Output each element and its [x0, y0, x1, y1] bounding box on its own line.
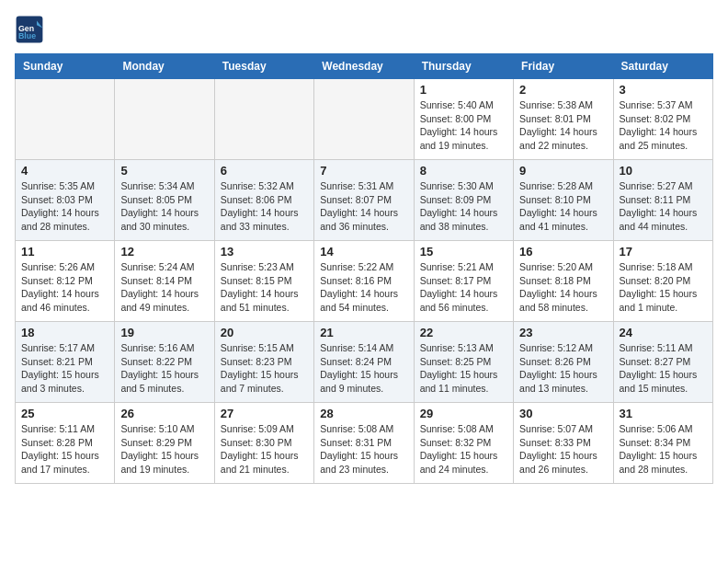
day-detail: Sunrise: 5:06 AM Sunset: 8:34 PM Dayligh…: [620, 422, 707, 477]
day-detail: Sunrise: 5:35 AM Sunset: 8:03 PM Dayligh…: [21, 179, 108, 234]
day-detail: Sunrise: 5:31 AM Sunset: 8:07 PM Dayligh…: [320, 179, 407, 234]
calendar-cell: [314, 79, 414, 160]
calendar-cell: [115, 79, 214, 160]
weekday-header: Tuesday: [214, 54, 313, 79]
day-detail: Sunrise: 5:28 AM Sunset: 8:10 PM Dayligh…: [519, 179, 607, 234]
calendar-cell: 9Sunrise: 5:28 AM Sunset: 8:10 PM Daylig…: [514, 160, 613, 241]
day-number: 2: [519, 83, 607, 97]
day-detail: Sunrise: 5:40 AM Sunset: 8:00 PM Dayligh…: [420, 98, 507, 153]
day-detail: Sunrise: 5:24 AM Sunset: 8:14 PM Dayligh…: [120, 260, 208, 315]
day-number: 12: [120, 245, 208, 259]
calendar-cell: 17Sunrise: 5:18 AM Sunset: 8:20 PM Dayli…: [613, 241, 712, 322]
logo: Gen Blue: [15, 15, 48, 44]
day-number: 6: [221, 164, 308, 178]
weekday-header: Friday: [514, 54, 613, 79]
day-number: 5: [120, 164, 208, 178]
day-detail: Sunrise: 5:32 AM Sunset: 8:06 PM Dayligh…: [221, 179, 308, 234]
weekday-header: Thursday: [414, 54, 513, 79]
calendar-header-row: SundayMondayTuesdayWednesdayThursdayFrid…: [16, 54, 713, 79]
calendar-cell: 8Sunrise: 5:30 AM Sunset: 8:09 PM Daylig…: [414, 160, 513, 241]
day-number: 20: [221, 326, 308, 339]
calendar-cell: 20Sunrise: 5:15 AM Sunset: 8:23 PM Dayli…: [214, 322, 313, 403]
day-number: 18: [21, 326, 108, 339]
calendar-cell: 5Sunrise: 5:34 AM Sunset: 8:05 PM Daylig…: [115, 160, 214, 241]
day-detail: Sunrise: 5:22 AM Sunset: 8:16 PM Dayligh…: [320, 260, 407, 315]
day-number: 24: [620, 326, 707, 339]
day-detail: Sunrise: 5:10 AM Sunset: 8:29 PM Dayligh…: [120, 422, 208, 477]
calendar-week-row: 25Sunrise: 5:11 AM Sunset: 8:28 PM Dayli…: [16, 403, 713, 484]
calendar-cell: 3Sunrise: 5:37 AM Sunset: 8:02 PM Daylig…: [613, 79, 712, 160]
day-detail: Sunrise: 5:14 AM Sunset: 8:24 PM Dayligh…: [320, 341, 407, 396]
day-number: 4: [21, 164, 108, 178]
calendar-cell: 21Sunrise: 5:14 AM Sunset: 8:24 PM Dayli…: [314, 322, 414, 403]
day-detail: Sunrise: 5:09 AM Sunset: 8:30 PM Dayligh…: [221, 422, 308, 477]
weekday-header: Monday: [115, 54, 214, 79]
day-detail: Sunrise: 5:38 AM Sunset: 8:01 PM Dayligh…: [519, 98, 607, 153]
weekday-header: Sunday: [16, 54, 115, 79]
calendar-week-row: 1Sunrise: 5:40 AM Sunset: 8:00 PM Daylig…: [16, 79, 713, 160]
calendar-cell: 4Sunrise: 5:35 AM Sunset: 8:03 PM Daylig…: [16, 160, 115, 241]
calendar-cell: 24Sunrise: 5:11 AM Sunset: 8:27 PM Dayli…: [613, 322, 712, 403]
day-detail: Sunrise: 5:30 AM Sunset: 8:09 PM Dayligh…: [420, 179, 507, 234]
day-number: 31: [620, 407, 707, 420]
calendar-week-row: 4Sunrise: 5:35 AM Sunset: 8:03 PM Daylig…: [16, 160, 713, 241]
day-number: 13: [221, 245, 308, 259]
calendar-cell: 14Sunrise: 5:22 AM Sunset: 8:16 PM Dayli…: [314, 241, 414, 322]
calendar-cell: 22Sunrise: 5:13 AM Sunset: 8:25 PM Dayli…: [414, 322, 513, 403]
calendar-cell: [16, 79, 115, 160]
calendar-cell: 2Sunrise: 5:38 AM Sunset: 8:01 PM Daylig…: [514, 79, 613, 160]
day-detail: Sunrise: 5:12 AM Sunset: 8:26 PM Dayligh…: [519, 341, 607, 396]
day-detail: Sunrise: 5:07 AM Sunset: 8:33 PM Dayligh…: [519, 422, 607, 477]
day-detail: Sunrise: 5:34 AM Sunset: 8:05 PM Dayligh…: [120, 179, 208, 234]
calendar-cell: 11Sunrise: 5:26 AM Sunset: 8:12 PM Dayli…: [16, 241, 115, 322]
calendar-cell: 25Sunrise: 5:11 AM Sunset: 8:28 PM Dayli…: [16, 403, 115, 484]
day-number: 9: [519, 164, 607, 178]
day-detail: Sunrise: 5:08 AM Sunset: 8:32 PM Dayligh…: [420, 422, 507, 477]
day-number: 14: [320, 245, 407, 259]
page-header: Gen Blue: [15, 15, 713, 44]
calendar-week-row: 18Sunrise: 5:17 AM Sunset: 8:21 PM Dayli…: [16, 322, 713, 403]
day-number: 15: [420, 245, 507, 259]
day-detail: Sunrise: 5:26 AM Sunset: 8:12 PM Dayligh…: [21, 260, 108, 315]
day-number: 19: [120, 326, 208, 339]
day-detail: Sunrise: 5:17 AM Sunset: 8:21 PM Dayligh…: [21, 341, 108, 396]
day-number: 25: [21, 407, 108, 420]
calendar-cell: 7Sunrise: 5:31 AM Sunset: 8:07 PM Daylig…: [314, 160, 414, 241]
calendar-cell: 30Sunrise: 5:07 AM Sunset: 8:33 PM Dayli…: [514, 403, 613, 484]
logo-icon: Gen Blue: [15, 15, 44, 44]
calendar-cell: 28Sunrise: 5:08 AM Sunset: 8:31 PM Dayli…: [314, 403, 414, 484]
day-detail: Sunrise: 5:27 AM Sunset: 8:11 PM Dayligh…: [620, 179, 707, 234]
day-number: 28: [320, 407, 407, 420]
calendar-cell: 23Sunrise: 5:12 AM Sunset: 8:26 PM Dayli…: [514, 322, 613, 403]
calendar-cell: 10Sunrise: 5:27 AM Sunset: 8:11 PM Dayli…: [613, 160, 712, 241]
day-number: 3: [620, 83, 707, 97]
calendar-cell: [214, 79, 313, 160]
day-detail: Sunrise: 5:08 AM Sunset: 8:31 PM Dayligh…: [320, 422, 407, 477]
day-detail: Sunrise: 5:23 AM Sunset: 8:15 PM Dayligh…: [221, 260, 308, 315]
day-detail: Sunrise: 5:20 AM Sunset: 8:18 PM Dayligh…: [519, 260, 607, 315]
day-number: 1: [420, 83, 507, 97]
day-detail: Sunrise: 5:11 AM Sunset: 8:28 PM Dayligh…: [21, 422, 108, 477]
calendar-cell: 6Sunrise: 5:32 AM Sunset: 8:06 PM Daylig…: [214, 160, 313, 241]
day-number: 26: [120, 407, 208, 420]
day-detail: Sunrise: 5:37 AM Sunset: 8:02 PM Dayligh…: [620, 98, 707, 153]
calendar-table: SundayMondayTuesdayWednesdayThursdayFrid…: [15, 53, 713, 484]
calendar-cell: 15Sunrise: 5:21 AM Sunset: 8:17 PM Dayli…: [414, 241, 513, 322]
day-number: 23: [519, 326, 607, 339]
calendar-cell: 19Sunrise: 5:16 AM Sunset: 8:22 PM Dayli…: [115, 322, 214, 403]
calendar-cell: 13Sunrise: 5:23 AM Sunset: 8:15 PM Dayli…: [214, 241, 313, 322]
day-detail: Sunrise: 5:11 AM Sunset: 8:27 PM Dayligh…: [620, 341, 707, 396]
day-number: 7: [320, 164, 407, 178]
day-number: 11: [21, 245, 108, 259]
day-number: 22: [420, 326, 507, 339]
day-detail: Sunrise: 5:16 AM Sunset: 8:22 PM Dayligh…: [120, 341, 208, 396]
day-number: 16: [519, 245, 607, 259]
calendar-cell: 26Sunrise: 5:10 AM Sunset: 8:29 PM Dayli…: [115, 403, 214, 484]
day-number: 17: [620, 245, 707, 259]
svg-text:Blue: Blue: [18, 31, 36, 40]
calendar-cell: 27Sunrise: 5:09 AM Sunset: 8:30 PM Dayli…: [214, 403, 313, 484]
calendar-cell: 16Sunrise: 5:20 AM Sunset: 8:18 PM Dayli…: [514, 241, 613, 322]
day-detail: Sunrise: 5:18 AM Sunset: 8:20 PM Dayligh…: [620, 260, 707, 315]
day-number: 27: [221, 407, 308, 420]
calendar-week-row: 11Sunrise: 5:26 AM Sunset: 8:12 PM Dayli…: [16, 241, 713, 322]
